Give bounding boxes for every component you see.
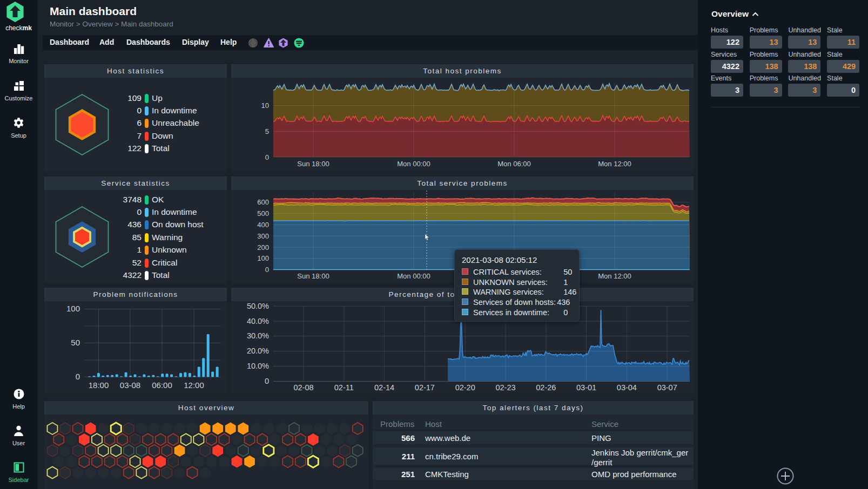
svg-text:Mon 00:00: Mon 00:00	[397, 272, 430, 280]
svg-text:Mon 00:00: Mon 00:00	[397, 160, 430, 168]
svg-text:Mon 06:00: Mon 06:00	[497, 160, 530, 168]
svg-text:02-08: 02-08	[293, 383, 313, 392]
svg-text:600: 600	[257, 198, 269, 206]
svg-text:Mon 12:00: Mon 12:00	[598, 272, 631, 280]
svg-text:500: 500	[257, 209, 269, 218]
svg-text:0: 0	[265, 153, 269, 161]
svg-text:Sun 18:00: Sun 18:00	[297, 272, 329, 280]
svg-text:100: 100	[257, 254, 269, 262]
svg-text:400: 400	[257, 221, 269, 229]
svg-text:02-17: 02-17	[415, 383, 435, 392]
svg-text:02-14: 02-14	[374, 383, 394, 392]
svg-text:50.0%: 50.0%	[247, 302, 269, 310]
svg-text:0: 0	[265, 377, 269, 385]
svg-text:10: 10	[261, 101, 269, 110]
svg-text:02-23: 02-23	[495, 383, 515, 392]
svg-text:0: 0	[265, 266, 269, 274]
svg-text:Mon 12:00: Mon 12:00	[598, 160, 631, 168]
svg-text:12:00: 12:00	[184, 381, 204, 390]
svg-text:03-04: 03-04	[617, 383, 637, 392]
svg-text:30.0%: 30.0%	[247, 331, 269, 340]
svg-text:200: 200	[257, 243, 269, 252]
svg-text:06:00: 06:00	[152, 381, 172, 390]
svg-text:10.0%: 10.0%	[247, 362, 269, 370]
svg-text:300: 300	[257, 232, 269, 240]
svg-text:5: 5	[265, 127, 269, 135]
svg-text:03-08: 03-08	[120, 381, 140, 390]
svg-text:40.0%: 40.0%	[247, 317, 269, 325]
svg-text:50: 50	[71, 338, 80, 347]
svg-text:0: 0	[76, 372, 80, 381]
svg-text:18:00: 18:00	[89, 381, 109, 390]
svg-text:100: 100	[66, 304, 80, 313]
svg-text:02-26: 02-26	[536, 383, 556, 392]
svg-text:20.0%: 20.0%	[247, 347, 269, 355]
svg-text:02-11: 02-11	[334, 383, 354, 392]
svg-text:02-20: 02-20	[455, 383, 475, 392]
svg-text:03-07: 03-07	[657, 383, 677, 392]
svg-text:Sun 18:00: Sun 18:00	[297, 160, 329, 168]
svg-text:03-01: 03-01	[576, 383, 596, 392]
